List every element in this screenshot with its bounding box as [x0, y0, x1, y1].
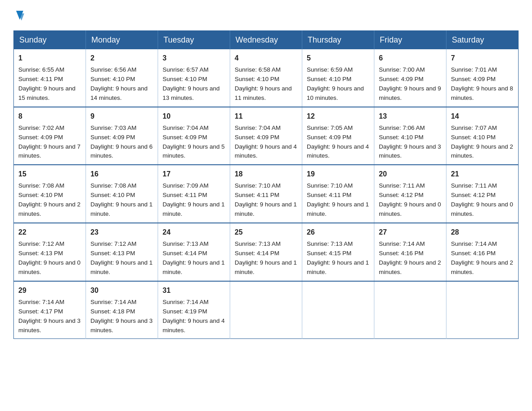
day-number: 17: [163, 169, 225, 180]
calendar-cell: 9Sunrise: 7:03 AMSunset: 4:09 PMDaylight…: [86, 107, 158, 165]
day-number: 19: [307, 169, 369, 180]
calendar-week-3: 15Sunrise: 7:08 AMSunset: 4:10 PMDayligh…: [14, 165, 519, 223]
calendar-cell: [230, 281, 302, 339]
day-number: 11: [235, 111, 297, 122]
day-number: 4: [235, 53, 297, 64]
calendar-cell: 8Sunrise: 7:02 AMSunset: 4:09 PMDaylight…: [14, 107, 86, 165]
header-day-tuesday: Tuesday: [158, 31, 230, 50]
day-number: 14: [451, 111, 514, 122]
day-info: Sunrise: 6:57 AMSunset: 4:10 PMDaylight:…: [163, 66, 220, 101]
calendar-cell: 16Sunrise: 7:08 AMSunset: 4:10 PMDayligh…: [86, 165, 158, 223]
calendar-cell: 1Sunrise: 6:55 AMSunset: 4:11 PMDaylight…: [14, 49, 86, 107]
calendar-cell: 19Sunrise: 7:10 AMSunset: 4:11 PMDayligh…: [302, 165, 374, 223]
day-info: Sunrise: 7:05 AMSunset: 4:09 PMDaylight:…: [307, 124, 369, 159]
header-day-monday: Monday: [86, 31, 158, 50]
calendar-cell: 3Sunrise: 6:57 AMSunset: 4:10 PMDaylight…: [158, 49, 230, 107]
calendar-week-2: 8Sunrise: 7:02 AMSunset: 4:09 PMDaylight…: [14, 107, 519, 165]
day-number: 1: [18, 53, 81, 64]
day-number: 26: [307, 227, 369, 238]
day-info: Sunrise: 7:14 AMSunset: 4:18 PMDaylight:…: [90, 299, 153, 334]
calendar-cell: 20Sunrise: 7:11 AMSunset: 4:12 PMDayligh…: [374, 165, 446, 223]
day-info: Sunrise: 7:08 AMSunset: 4:10 PMDaylight:…: [90, 182, 153, 217]
calendar-cell: 17Sunrise: 7:09 AMSunset: 4:11 PMDayligh…: [158, 165, 230, 223]
day-number: 23: [90, 227, 153, 238]
calendar-cell: 15Sunrise: 7:08 AMSunset: 4:10 PMDayligh…: [14, 165, 86, 223]
calendar-cell: [374, 281, 446, 339]
day-number: 10: [163, 111, 225, 122]
day-info: Sunrise: 7:12 AMSunset: 4:13 PMDaylight:…: [18, 240, 81, 275]
page-header: [13, 9, 519, 21]
day-info: Sunrise: 7:14 AMSunset: 4:17 PMDaylight:…: [18, 299, 81, 334]
header-day-saturday: Saturday: [446, 31, 519, 50]
header-day-wednesday: Wednesday: [230, 31, 302, 50]
calendar-cell: 6Sunrise: 7:00 AMSunset: 4:09 PMDaylight…: [374, 49, 446, 107]
day-info: Sunrise: 6:55 AMSunset: 4:11 PMDaylight:…: [18, 66, 76, 101]
day-info: Sunrise: 7:02 AMSunset: 4:09 PMDaylight:…: [18, 124, 81, 159]
logo-icon: [14, 10, 24, 21]
calendar-cell: 2Sunrise: 6:56 AMSunset: 4:10 PMDaylight…: [86, 49, 158, 107]
day-info: Sunrise: 7:14 AMSunset: 4:16 PMDaylight:…: [451, 240, 513, 275]
day-number: 5: [307, 53, 369, 64]
calendar-cell: 12Sunrise: 7:05 AMSunset: 4:09 PMDayligh…: [302, 107, 374, 165]
day-number: 15: [18, 169, 81, 180]
day-info: Sunrise: 7:13 AMSunset: 4:14 PMDaylight:…: [235, 240, 297, 275]
calendar-header-row: SundayMondayTuesdayWednesdayThursdayFrid…: [14, 31, 519, 50]
day-number: 21: [451, 169, 514, 180]
day-info: Sunrise: 7:09 AMSunset: 4:11 PMDaylight:…: [163, 182, 225, 217]
day-number: 16: [90, 169, 153, 180]
day-number: 27: [379, 227, 442, 238]
calendar-cell: 18Sunrise: 7:10 AMSunset: 4:11 PMDayligh…: [230, 165, 302, 223]
calendar-cell: 11Sunrise: 7:04 AMSunset: 4:09 PMDayligh…: [230, 107, 302, 165]
calendar-cell: 7Sunrise: 7:01 AMSunset: 4:09 PMDaylight…: [446, 49, 519, 107]
day-number: 18: [235, 169, 297, 180]
day-number: 8: [18, 111, 81, 122]
day-number: 22: [18, 227, 81, 238]
calendar-cell: 22Sunrise: 7:12 AMSunset: 4:13 PMDayligh…: [14, 223, 86, 281]
day-info: Sunrise: 7:10 AMSunset: 4:11 PMDaylight:…: [235, 182, 297, 217]
calendar-cell: 27Sunrise: 7:14 AMSunset: 4:16 PMDayligh…: [374, 223, 446, 281]
calendar-cell: [302, 281, 374, 339]
calendar-cell: 21Sunrise: 7:11 AMSunset: 4:12 PMDayligh…: [446, 165, 519, 223]
header-day-friday: Friday: [374, 31, 446, 50]
day-number: 2: [90, 53, 153, 64]
day-info: Sunrise: 6:56 AMSunset: 4:10 PMDaylight:…: [90, 66, 148, 101]
day-number: 24: [163, 227, 225, 238]
day-info: Sunrise: 7:03 AMSunset: 4:09 PMDaylight:…: [90, 124, 153, 159]
calendar-cell: [446, 281, 519, 339]
calendar-cell: 10Sunrise: 7:04 AMSunset: 4:09 PMDayligh…: [158, 107, 230, 165]
day-number: 30: [90, 285, 153, 296]
calendar-week-1: 1Sunrise: 6:55 AMSunset: 4:11 PMDaylight…: [14, 49, 519, 107]
day-info: Sunrise: 7:14 AMSunset: 4:19 PMDaylight:…: [163, 299, 225, 334]
calendar-week-5: 29Sunrise: 7:14 AMSunset: 4:17 PMDayligh…: [14, 281, 519, 339]
day-info: Sunrise: 7:13 AMSunset: 4:15 PMDaylight:…: [307, 240, 369, 275]
calendar-cell: 31Sunrise: 7:14 AMSunset: 4:19 PMDayligh…: [158, 281, 230, 339]
calendar-table: SundayMondayTuesdayWednesdayThursdayFrid…: [13, 30, 519, 339]
calendar-cell: 13Sunrise: 7:06 AMSunset: 4:10 PMDayligh…: [374, 107, 446, 165]
calendar-cell: 26Sunrise: 7:13 AMSunset: 4:15 PMDayligh…: [302, 223, 374, 281]
day-info: Sunrise: 7:04 AMSunset: 4:09 PMDaylight:…: [235, 124, 297, 159]
header-day-sunday: Sunday: [14, 31, 86, 50]
calendar-cell: 23Sunrise: 7:12 AMSunset: 4:13 PMDayligh…: [86, 223, 158, 281]
day-number: 31: [163, 285, 225, 296]
day-number: 6: [379, 53, 442, 64]
day-info: Sunrise: 7:06 AMSunset: 4:10 PMDaylight:…: [379, 124, 441, 159]
day-info: Sunrise: 7:07 AMSunset: 4:10 PMDaylight:…: [451, 124, 513, 159]
day-info: Sunrise: 7:13 AMSunset: 4:14 PMDaylight:…: [163, 240, 225, 275]
day-info: Sunrise: 7:08 AMSunset: 4:10 PMDaylight:…: [18, 182, 81, 217]
day-info: Sunrise: 7:12 AMSunset: 4:13 PMDaylight:…: [90, 240, 153, 275]
header-day-thursday: Thursday: [302, 31, 374, 50]
day-number: 3: [163, 53, 225, 64]
day-info: Sunrise: 7:11 AMSunset: 4:12 PMDaylight:…: [379, 182, 441, 217]
day-info: Sunrise: 7:14 AMSunset: 4:16 PMDaylight:…: [379, 240, 441, 275]
day-number: 20: [379, 169, 442, 180]
day-info: Sunrise: 7:04 AMSunset: 4:09 PMDaylight:…: [163, 124, 225, 159]
calendar-cell: 30Sunrise: 7:14 AMSunset: 4:18 PMDayligh…: [86, 281, 158, 339]
day-info: Sunrise: 6:59 AMSunset: 4:10 PMDaylight:…: [307, 66, 364, 101]
calendar-cell: 4Sunrise: 6:58 AMSunset: 4:10 PMDaylight…: [230, 49, 302, 107]
calendar-cell: 14Sunrise: 7:07 AMSunset: 4:10 PMDayligh…: [446, 107, 519, 165]
calendar-cell: 25Sunrise: 7:13 AMSunset: 4:14 PMDayligh…: [230, 223, 302, 281]
calendar-cell: 29Sunrise: 7:14 AMSunset: 4:17 PMDayligh…: [14, 281, 86, 339]
day-number: 25: [235, 227, 297, 238]
day-info: Sunrise: 7:11 AMSunset: 4:12 PMDaylight:…: [451, 182, 513, 217]
calendar-cell: 24Sunrise: 7:13 AMSunset: 4:14 PMDayligh…: [158, 223, 230, 281]
